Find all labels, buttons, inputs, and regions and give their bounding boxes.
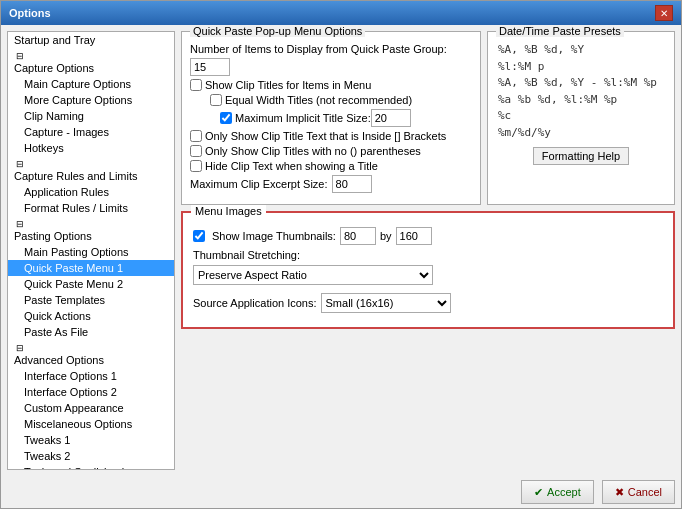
show-thumbnails-row: Show Image Thumbnails: by — [193, 227, 663, 245]
source-icons-select[interactable]: Small (16x16) Medium (32x32) None — [321, 293, 451, 313]
window-body: Startup and Tray ⊟Capture Options Main C… — [1, 25, 681, 476]
sidebar-item-advanced[interactable]: ⊟Advanced Options — [8, 340, 174, 368]
sidebar-item-tweaks1[interactable]: Tweaks 1 — [8, 432, 174, 448]
window-controls: ✕ — [655, 5, 673, 21]
num-items-label: Number of Items to Display from Quick Pa… — [190, 43, 447, 55]
only-inside-brackets-check[interactable] — [190, 130, 202, 142]
thumbnail-width-input[interactable] — [340, 227, 376, 245]
hide-clip-text-check[interactable] — [190, 160, 202, 172]
sidebar-item-interface1[interactable]: Interface Options 1 — [8, 368, 174, 384]
sidebar-item-main-capture[interactable]: Main Capture Options — [8, 76, 174, 92]
main-content: Quick Paste Pop-up Menu Options Number o… — [181, 31, 675, 470]
sidebar-item-interface2[interactable]: Interface Options 2 — [8, 384, 174, 400]
sidebar-item-hotkeys[interactable]: Hotkeys — [8, 140, 174, 156]
sidebar-item-capture-rules[interactable]: ⊟Capture Rules and Limits — [8, 156, 174, 184]
cancel-label: Cancel — [628, 486, 662, 498]
only-inside-brackets-label: Only Show Clip Title Text that is Inside… — [205, 130, 446, 142]
window-title: Options — [9, 7, 51, 19]
sidebar-item-quick-paste-2[interactable]: Quick Paste Menu 2 — [8, 276, 174, 292]
cancel-icon: ✖ — [615, 486, 624, 499]
source-icons-label: Source Application Icons: — [193, 297, 317, 309]
sidebar-item-startup[interactable]: Startup and Tray — [8, 32, 174, 48]
accept-icon: ✔ — [534, 486, 543, 499]
sidebar-item-quick-actions[interactable]: Quick Actions — [8, 308, 174, 324]
quick-paste-group: Quick Paste Pop-up Menu Options Number o… — [181, 31, 481, 205]
max-implicit-label: Maximum Implicit Title Size: — [235, 112, 371, 124]
hide-clip-text-row: Hide Clip Text when showing a Title — [190, 160, 472, 172]
sidebar-item-clip-naming[interactable]: Clip Naming — [8, 108, 174, 124]
sidebar-item-tweaks2[interactable]: Tweaks 2 — [8, 448, 174, 464]
sidebar: Startup and Tray ⊟Capture Options Main C… — [7, 31, 175, 470]
accept-button[interactable]: ✔ Accept — [521, 480, 594, 504]
sidebar-item-app-rules[interactable]: Application Rules — [8, 184, 174, 200]
title-bar: Options ✕ — [1, 1, 681, 25]
sidebar-item-quick-paste-1[interactable]: Quick Paste Menu 1 — [8, 260, 174, 276]
sidebar-item-paste-as-file[interactable]: Paste As File — [8, 324, 174, 340]
bottom-bar: ✔ Accept ✖ Cancel — [1, 476, 681, 508]
show-thumbnails-check[interactable] — [193, 230, 205, 242]
equal-width-label: Equal Width Titles (not recommended) — [225, 94, 412, 106]
thumbnail-height-input[interactable] — [396, 227, 432, 245]
datetime-group: Date/Time Paste Presets %A, %B %d, %Y %l… — [487, 31, 675, 205]
max-implicit-row: Maximum Implicit Title Size: — [220, 109, 472, 127]
show-clip-titles-label: Show Clip Titles for Items in Menu — [205, 79, 371, 91]
num-items-input[interactable] — [190, 58, 230, 76]
sidebar-item-misc-options[interactable]: Miscelaneous Options — [8, 416, 174, 432]
max-excerpt-label: Maximum Clip Excerpt Size: — [190, 178, 328, 190]
menu-images-section: Menu Images Show Image Thumbnails: by Th… — [181, 211, 675, 329]
menu-images-title: Menu Images — [191, 205, 266, 217]
sidebar-item-capture[interactable]: ⊟Capture Options — [8, 48, 174, 76]
sidebar-item-tools-spell[interactable]: Tools and Spellcheck — [8, 464, 174, 470]
only-no-parens-row: Only Show Clip Titles with no () parenth… — [190, 145, 472, 157]
num-items-input-row — [190, 58, 472, 76]
equal-width-row: Equal Width Titles (not recommended) — [210, 94, 472, 106]
options-window: Options ✕ Startup and Tray ⊟Capture Opti… — [0, 0, 682, 509]
show-thumbnails-label: Show Image Thumbnails: — [212, 230, 336, 242]
equal-width-check[interactable] — [210, 94, 222, 106]
stretching-label: Thumbnail Stretching: — [193, 249, 300, 261]
max-excerpt-row: Maximum Clip Excerpt Size: — [190, 175, 472, 193]
hide-clip-text-label: Hide Clip Text when showing a Title — [205, 160, 378, 172]
datetime-title: Date/Time Paste Presets — [496, 25, 624, 37]
sidebar-item-custom-appearance[interactable]: Custom Appearance — [8, 400, 174, 416]
sidebar-item-paste-templates[interactable]: Paste Templates — [8, 292, 174, 308]
sidebar-item-main-pasting[interactable]: Main Pasting Options — [8, 244, 174, 260]
close-button[interactable]: ✕ — [655, 5, 673, 21]
show-clip-titles-row: Show Clip Titles for Items in Menu — [190, 79, 472, 91]
show-clip-titles-check[interactable] — [190, 79, 202, 91]
sidebar-item-capture-images[interactable]: Capture - Images — [8, 124, 174, 140]
max-implicit-check[interactable] — [220, 112, 232, 124]
datetime-presets: %A, %B %d, %Y %l:%M p %A, %B %d, %Y - %l… — [496, 40, 666, 143]
stretching-label-row: Thumbnail Stretching: — [193, 249, 663, 261]
sidebar-item-more-capture[interactable]: More Capture Options — [8, 92, 174, 108]
max-implicit-input[interactable] — [371, 109, 411, 127]
num-items-row: Number of Items to Display from Quick Pa… — [190, 43, 472, 55]
only-inside-brackets-row: Only Show Clip Title Text that is Inside… — [190, 130, 472, 142]
accept-label: Accept — [547, 486, 581, 498]
sidebar-item-format-rules[interactable]: Format Rules / Limits — [8, 200, 174, 216]
by-label: by — [380, 230, 392, 242]
stretching-dropdown-row: Preserve Aspect Ratio Stretch to Fit No … — [193, 265, 663, 285]
only-no-parens-check[interactable] — [190, 145, 202, 157]
format-help-button[interactable]: Formatting Help — [533, 147, 629, 165]
cancel-button[interactable]: ✖ Cancel — [602, 480, 675, 504]
sidebar-item-pasting[interactable]: ⊟Pasting Options — [8, 216, 174, 244]
stretching-select[interactable]: Preserve Aspect Ratio Stretch to Fit No … — [193, 265, 433, 285]
max-excerpt-input[interactable] — [332, 175, 372, 193]
only-no-parens-label: Only Show Clip Titles with no () parenth… — [205, 145, 421, 157]
top-section: Quick Paste Pop-up Menu Options Number o… — [181, 31, 675, 205]
source-icons-row: Source Application Icons: Small (16x16) … — [193, 293, 663, 313]
quick-paste-title: Quick Paste Pop-up Menu Options — [190, 25, 365, 37]
